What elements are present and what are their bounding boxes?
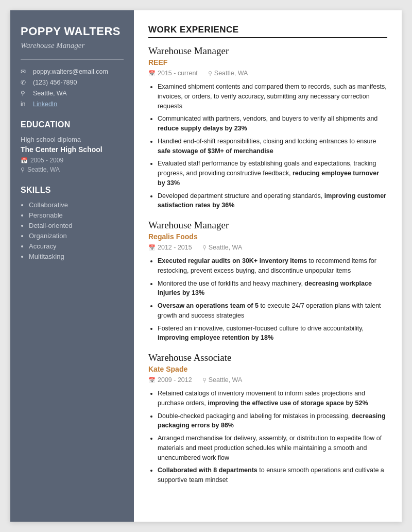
bullet-item: Communicated with partners, vendors, and… <box>158 114 387 134</box>
location-pin-icon: ⚲ <box>21 167 25 173</box>
location-icon-2: ⚲ <box>202 244 207 251</box>
education-heading: EDUCATION <box>21 120 124 129</box>
calendar-icon-3: 📅 <box>148 377 156 384</box>
location-icon: ⚲ <box>21 90 30 97</box>
job-years-2: 📅 2012 - 2015 <box>148 244 192 251</box>
skills-heading: SKILLS <box>21 186 124 195</box>
bullet-item: Arranged merchandise for delivery, assem… <box>158 434 387 462</box>
skills-list: Collaborative Personable Detail-oriented… <box>21 201 124 260</box>
contact-linkedin[interactable]: in LinkedIn <box>21 101 124 108</box>
sidebar-divider <box>21 59 124 60</box>
bullet-item: Oversaw an operations team of 5 to execu… <box>158 301 387 321</box>
job-company-2: Regalis Foods <box>148 232 387 241</box>
resume-container: POPPY WALTERS Warehouse Manager ✉ poppy.… <box>10 10 402 522</box>
work-experience-heading: WORK EXPERIENCE <box>148 25 387 38</box>
education-years: 📅 2005 - 2009 <box>21 157 124 164</box>
job-meta-1: 📅 2015 - current ⚲ Seattle, WA <box>148 70 387 77</box>
bullet-item: Retained catalogs of inventory movement … <box>158 389 387 408</box>
job-city-3: ⚲ Seattle, WA <box>202 376 243 384</box>
job-title-2: Warehouse Manager <box>148 220 387 231</box>
contact-email: ✉ poppy.walters@email.com <box>21 68 124 75</box>
job-bullets-3: Retained catalogs of inventory movement … <box>148 389 387 485</box>
bullet-item: Executed regular audits on 30K+ inventor… <box>158 256 387 276</box>
skill-item: Detail-oriented <box>29 222 124 229</box>
job-block-3: Warehouse Associate Kate Spade 📅 2009 - … <box>148 352 387 485</box>
job-city-2: ⚲ Seattle, WA <box>202 244 243 251</box>
calendar-icon-2: 📅 <box>148 244 156 251</box>
job-company-3: Kate Spade <box>148 365 387 373</box>
linkedin-icon: in <box>21 101 30 108</box>
job-block-1: Warehouse Manager REEF 📅 2015 - current … <box>148 45 387 210</box>
job-meta-3: 📅 2009 - 2012 ⚲ Seattle, WA <box>148 376 387 384</box>
main-content: WORK EXPERIENCE Warehouse Manager REEF 📅… <box>134 10 402 522</box>
job-city-1: ⚲ Seattle, WA <box>208 70 248 77</box>
job-title-1: Warehouse Manager <box>148 45 387 57</box>
skill-item: Organization <box>29 232 124 240</box>
skill-item: Collaborative <box>29 201 124 209</box>
job-meta-2: 📅 2012 - 2015 ⚲ Seattle, WA <box>148 244 387 251</box>
job-years-1: 📅 2015 - current <box>148 70 198 77</box>
job-years-3: 📅 2009 - 2012 <box>148 376 192 384</box>
skill-item: Personable <box>29 211 124 219</box>
location-icon-3: ⚲ <box>202 377 207 384</box>
job-company-1: REEF <box>148 58 387 66</box>
bullet-item: Collaborated with 8 departments to ensur… <box>158 466 387 485</box>
calendar-icon-1: 📅 <box>148 70 156 77</box>
candidate-name: POPPY WALTERS <box>21 25 124 38</box>
bullet-item: Developed department structure and opera… <box>158 191 387 211</box>
job-block-2: Warehouse Manager Regalis Foods 📅 2012 -… <box>148 220 387 343</box>
skill-item: Accuracy <box>29 242 124 250</box>
bullet-item: Fostered an innovative, customer-focused… <box>158 324 387 343</box>
contact-phone: ✆ (123) 456-7890 <box>21 79 124 86</box>
contact-location: ⚲ Seattle, WA <box>21 90 124 97</box>
job-bullets-2: Executed regular audits on 30K+ inventor… <box>148 256 387 343</box>
education-school: The Center High School <box>21 145 124 154</box>
location-icon-1: ⚲ <box>208 70 212 77</box>
bullet-item: Evaluated staff performance by establish… <box>158 159 387 188</box>
sidebar: POPPY WALTERS Warehouse Manager ✉ poppy.… <box>10 10 134 522</box>
bullet-item: Double-checked packaging and labeling fo… <box>158 411 387 431</box>
bullet-item: Examined shipment contents and compared … <box>158 82 387 111</box>
calendar-icon: 📅 <box>21 157 28 164</box>
job-bullets-1: Examined shipment contents and compared … <box>148 82 387 210</box>
email-icon: ✉ <box>21 68 30 75</box>
phone-icon: ✆ <box>21 79 30 86</box>
education-degree: High school diploma <box>21 136 124 143</box>
education-city: ⚲ Seattle, WA <box>21 166 124 173</box>
candidate-title: Warehouse Manager <box>21 41 124 50</box>
bullet-item: Monitored the use of forklifts and heavy… <box>158 279 387 298</box>
skill-item: Multitasking <box>29 253 124 260</box>
bullet-item: Handled end-of-shift responsibilities, c… <box>158 137 387 156</box>
job-title-3: Warehouse Associate <box>148 352 387 363</box>
